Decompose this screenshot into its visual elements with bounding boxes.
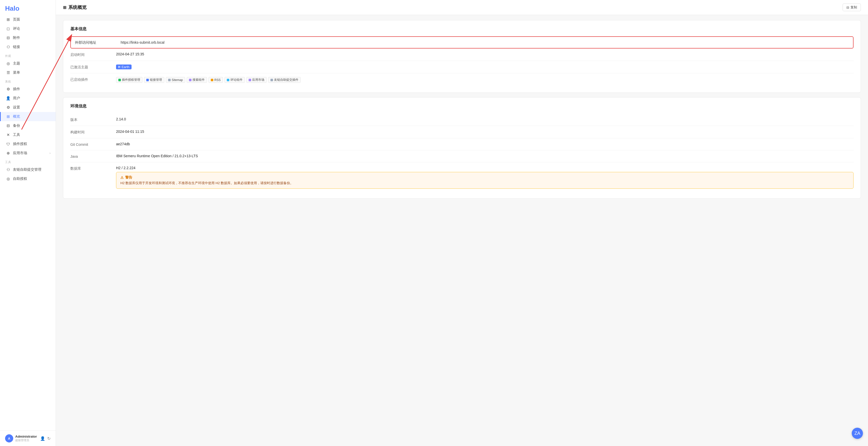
plugin-label: Sitemap [172, 78, 183, 82]
theme-badge[interactable]: H Earth [116, 64, 131, 69]
comments-icon: ◻ [6, 26, 10, 31]
sidebar-item-users[interactable]: 👤 用户 [0, 94, 56, 103]
user-profile-button[interactable]: 👤 [40, 436, 45, 441]
git-commit-row: Git Commit ae274db [70, 139, 854, 150]
plugin-badge[interactable]: 评论组件 [224, 77, 245, 83]
external-url-row: 外部访问地址 https://links-submit.orb.local [70, 36, 854, 49]
warning-icon: ⚠ [120, 176, 124, 180]
themes-icon: ◎ [6, 61, 10, 66]
expand-icon: › [50, 151, 51, 155]
plugin-label: 评论组件 [230, 78, 243, 82]
theme-name: Earth [122, 65, 129, 69]
menus-icon: ☰ [6, 70, 10, 75]
topbar: ⊞ 系统概览 ⊟ 复制 [56, 0, 868, 15]
active-theme-label: 已激活主题 [70, 64, 116, 69]
plugin-badge[interactable]: Sitemap [166, 77, 185, 83]
page-title-icon: ⊞ [63, 5, 66, 10]
main-content: ⊞ 系统概览 ⊟ 复制 基本信息 外部访问地址 https://links-su… [56, 0, 868, 446]
plugin-auth-icon: 🛡 [6, 142, 10, 146]
warning-title: ⚠ 警告 [120, 175, 849, 180]
build-time-row: 构建时间 2024-04-01 11:15 [70, 126, 854, 139]
attachments-icon: ⊟ [6, 35, 10, 40]
sidebar-item-backup[interactable]: ⊟ 备份 [0, 121, 56, 130]
friend-link-icon: ⚇ [6, 168, 10, 172]
float-bubble-label: ZA [854, 431, 860, 436]
sidebar-footer: A Administrator 超级管理员 👤 ↻ [0, 430, 56, 446]
app-market-icon: ⊕ [6, 151, 10, 155]
plugin-label: RSS [214, 78, 221, 82]
plugin-badge[interactable]: 插件授权管理 [116, 77, 143, 83]
database-label: 数据库 [70, 166, 116, 171]
version-value: 2.14.0 [116, 117, 854, 121]
sidebar-item-overview[interactable]: ⊞ 概览 [0, 112, 56, 121]
sidebar-item-tools[interactable]: ✕ 工具 [0, 130, 56, 140]
sidebar-item-attachments[interactable]: ⊟ 附件 [0, 33, 56, 42]
sidebar-item-plugin-auth[interactable]: 🛡 插件授权 [0, 140, 56, 149]
plugins-wrap: 插件授权管理链接管理Sitemap搜索组件RSS评论组件应用市场友链自助提交插件 [116, 77, 854, 83]
float-bubble[interactable]: ZA [852, 428, 863, 439]
theme-h-icon: H [118, 65, 120, 69]
sidebar-item-app-market[interactable]: ⊕ 应用市场 › [0, 149, 56, 158]
sidebar-item-label: 插件 [13, 87, 20, 91]
sidebar-item-menus[interactable]: ☰ 菜单 [0, 68, 56, 77]
plugin-dot [227, 79, 229, 81]
warning-text: H2 数据库仅用于开发环境和测试环境，不推荐在生产环境中使用 H2 数据库。如果… [120, 181, 849, 185]
plugin-dot [249, 79, 251, 81]
sidebar-item-settings[interactable]: ⚙ 设置 [0, 103, 56, 112]
sidebar-item-links[interactable]: ⚇ 链接 [0, 42, 56, 52]
sidebar-item-label: 菜单 [13, 70, 20, 75]
sidebar-item-label: 概览 [13, 114, 20, 119]
plugin-dot [271, 79, 273, 81]
env-info-title: 环境信息 [70, 103, 854, 109]
sidebar-item-comments[interactable]: ◻ 评论 [0, 24, 56, 33]
plugin-label: 链接管理 [150, 78, 162, 82]
copy-icon: ⊟ [846, 6, 849, 9]
java-label: Java [70, 154, 116, 158]
settings-icon: ⚙ [6, 105, 10, 110]
sidebar-item-self-auth[interactable]: ◎ 自助授权 [0, 174, 56, 183]
sidebar-item-label: 工具 [13, 132, 20, 137]
app-logo: Halo [0, 0, 56, 15]
sidebar-item-label: 友链自助提交管理 [13, 168, 41, 172]
basic-info-title: 基本信息 [70, 26, 854, 32]
sidebar-item-label: 应用市场 [13, 151, 27, 155]
database-value: H2 / 2.2.224 ⚠ 警告 H2 数据库仅用于开发环境和测试环境，不推荐… [116, 166, 854, 189]
active-plugins-row: 已启动插件 插件授权管理链接管理Sitemap搜索组件RSS评论组件应用市场友链… [70, 73, 854, 86]
plugin-badge[interactable]: RSS [209, 77, 223, 83]
plugin-badge[interactable]: 友链自助提交插件 [268, 77, 301, 83]
plugin-dot [146, 79, 149, 81]
section-label-system: 系统 [0, 77, 56, 85]
logout-button[interactable]: ↻ [47, 436, 51, 441]
plugin-badge[interactable]: 搜索组件 [187, 77, 207, 83]
section-label-appearance: 外观 [0, 52, 56, 59]
sidebar-item-label: 用户 [13, 96, 20, 100]
database-value-text: H2 / 2.2.224 [116, 166, 135, 170]
git-commit-label: Git Commit [70, 142, 116, 147]
sidebar-item-label: 附件 [13, 35, 20, 40]
active-theme-row: 已激活主题 H Earth [70, 61, 854, 73]
plugin-badge[interactable]: 应用市场 [246, 77, 267, 83]
user-role: 超级管理员 [15, 438, 38, 442]
footer-actions: 👤 ↻ [40, 436, 51, 441]
java-value: IBM Semeru Runtime Open Edition / 21.0.2… [116, 154, 854, 158]
pages-icon: ⊞ [6, 17, 10, 22]
plugin-badge[interactable]: 链接管理 [144, 77, 164, 83]
active-theme-value: H Earth [116, 64, 854, 69]
sidebar-item-friend-link[interactable]: ⚇ 友链自助提交管理 [0, 165, 56, 174]
copy-button[interactable]: ⊟ 复制 [843, 4, 861, 11]
page-title: ⊞ 系统概览 [63, 4, 87, 10]
sidebar-item-label: 页面 [13, 17, 20, 22]
copy-button-label: 复制 [850, 5, 857, 10]
version-row: 版本 2.14.0 [70, 114, 854, 126]
links-icon: ⚇ [6, 45, 10, 49]
java-row: Java IBM Semeru Runtime Open Edition / 2… [70, 150, 854, 162]
user-name: Administrator [15, 435, 38, 438]
plugin-label: 搜索组件 [192, 78, 205, 82]
sidebar-item-themes[interactable]: ◎ 主题 [0, 59, 56, 68]
sidebar-item-plugins[interactable]: ⚙ 插件 [0, 85, 56, 94]
warning-box: ⚠ 警告 H2 数据库仅用于开发环境和测试环境，不推荐在生产环境中使用 H2 数… [116, 172, 854, 189]
overview-icon: ⊞ [6, 114, 10, 119]
sidebar-item-pages[interactable]: ⊞ 页面 [0, 15, 56, 24]
self-auth-icon: ◎ [6, 177, 10, 181]
start-time-value: 2024-04-27 15:35 [116, 52, 854, 56]
